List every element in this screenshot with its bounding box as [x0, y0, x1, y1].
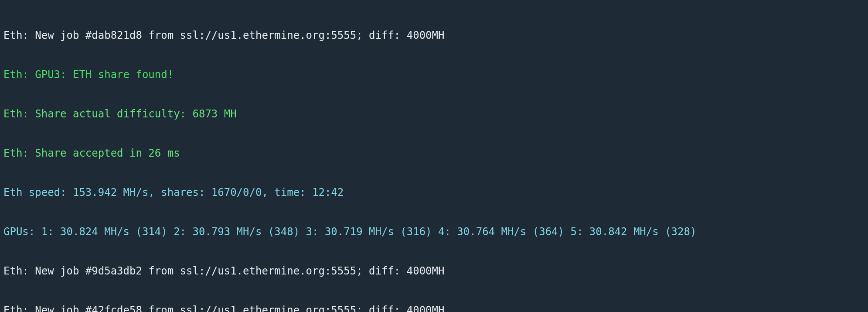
output-line: Eth: Share accepted in 26 ms: [3, 147, 865, 160]
output-line: Eth: New job #dab821d8 from ssl://us1.et…: [3, 29, 865, 42]
output-line: GPUs: 1: 30.824 MH/s (314) 2: 30.793 MH/…: [3, 225, 865, 238]
output-line: Eth speed: 153.942 MH/s, shares: 1670/0/…: [3, 186, 865, 199]
output-line: Eth: New job #9d5a3db2 from ssl://us1.et…: [3, 264, 865, 278]
terminal-output[interactable]: Eth: New job #dab821d8 from ssl://us1.et…: [0, 0, 868, 312]
terminal-window[interactable]: Eth: New job #dab821d8 from ssl://us1.et…: [0, 0, 868, 312]
output-line: Eth: New job #42fcde58 from ssl://us1.et…: [3, 304, 865, 312]
output-line: Eth: GPU3: ETH share found!: [3, 68, 865, 81]
output-line: Eth: Share actual difficulty: 6873 MH: [3, 107, 865, 120]
